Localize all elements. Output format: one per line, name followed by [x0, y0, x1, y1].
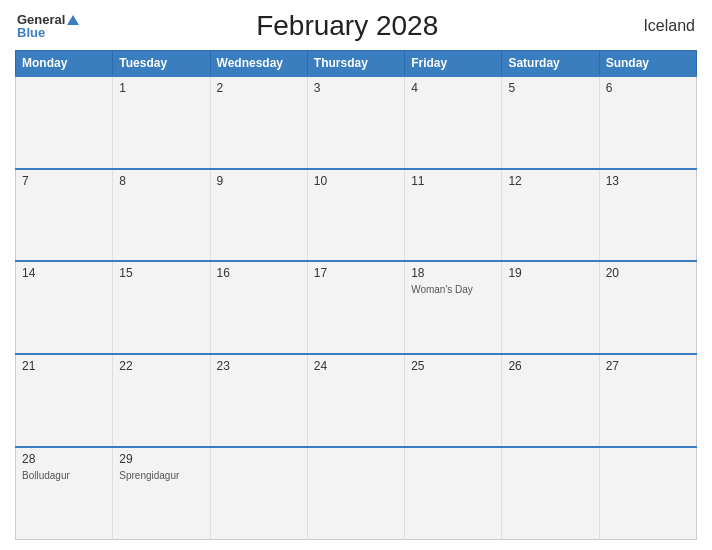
- day-number: 2: [217, 81, 301, 95]
- calendar-cell: 11: [405, 169, 502, 262]
- calendar-cell: 3: [307, 76, 404, 169]
- calendar-week-3: 1415161718Woman's Day1920: [16, 261, 697, 354]
- calendar-header-row: Monday Tuesday Wednesday Thursday Friday…: [16, 51, 697, 77]
- calendar-cell: [307, 447, 404, 540]
- calendar-cell: 15: [113, 261, 210, 354]
- calendar-cell: [405, 447, 502, 540]
- calendar-week-2: 78910111213: [16, 169, 697, 262]
- day-number: 10: [314, 174, 398, 188]
- logo: General Blue: [17, 13, 79, 39]
- calendar-cell: 27: [599, 354, 696, 447]
- day-number: 21: [22, 359, 106, 373]
- calendar-cell: 4: [405, 76, 502, 169]
- day-number: 12: [508, 174, 592, 188]
- calendar-cell: 9: [210, 169, 307, 262]
- day-number: 29: [119, 452, 203, 466]
- day-number: 6: [606, 81, 690, 95]
- day-number: 18: [411, 266, 495, 280]
- calendar-cell: 24: [307, 354, 404, 447]
- calendar-cell: 12: [502, 169, 599, 262]
- calendar-cell: 5: [502, 76, 599, 169]
- day-number: 5: [508, 81, 592, 95]
- calendar-cell: 22: [113, 354, 210, 447]
- calendar-cell: 13: [599, 169, 696, 262]
- calendar-week-5: 28Bolludagur29Sprengidagur: [16, 447, 697, 540]
- day-number: 24: [314, 359, 398, 373]
- calendar-cell: [210, 447, 307, 540]
- calendar-cell: 29Sprengidagur: [113, 447, 210, 540]
- calendar-cell: 16: [210, 261, 307, 354]
- calendar-cell: 26: [502, 354, 599, 447]
- day-number: 23: [217, 359, 301, 373]
- calendar-cell: 14: [16, 261, 113, 354]
- col-friday: Friday: [405, 51, 502, 77]
- country-label: Iceland: [615, 17, 695, 35]
- calendar-cell: 18Woman's Day: [405, 261, 502, 354]
- page: General Blue February 2028 Iceland Monda…: [0, 0, 712, 550]
- day-number: 15: [119, 266, 203, 280]
- calendar-cell: 1: [113, 76, 210, 169]
- day-number: 17: [314, 266, 398, 280]
- day-event: Sprengidagur: [119, 470, 179, 481]
- day-number: 19: [508, 266, 592, 280]
- day-number: 14: [22, 266, 106, 280]
- day-number: 13: [606, 174, 690, 188]
- calendar-cell: 7: [16, 169, 113, 262]
- calendar-cell: [502, 447, 599, 540]
- col-sunday: Sunday: [599, 51, 696, 77]
- day-event: Woman's Day: [411, 284, 473, 295]
- day-number: 16: [217, 266, 301, 280]
- calendar-cell: 28Bolludagur: [16, 447, 113, 540]
- day-number: 28: [22, 452, 106, 466]
- logo-triangle-icon: [67, 15, 79, 25]
- calendar-table: Monday Tuesday Wednesday Thursday Friday…: [15, 50, 697, 540]
- calendar-cell: 20: [599, 261, 696, 354]
- calendar-week-1: 123456: [16, 76, 697, 169]
- calendar-cell: 6: [599, 76, 696, 169]
- calendar-cell: 19: [502, 261, 599, 354]
- day-number: 25: [411, 359, 495, 373]
- calendar-cell: 2: [210, 76, 307, 169]
- day-event: Bolludagur: [22, 470, 70, 481]
- calendar-cell: [16, 76, 113, 169]
- day-number: 4: [411, 81, 495, 95]
- day-number: 7: [22, 174, 106, 188]
- day-number: 27: [606, 359, 690, 373]
- day-number: 11: [411, 174, 495, 188]
- calendar-cell: 23: [210, 354, 307, 447]
- col-saturday: Saturday: [502, 51, 599, 77]
- calendar-cell: 10: [307, 169, 404, 262]
- header: General Blue February 2028 Iceland: [15, 10, 697, 42]
- calendar-title: February 2028: [79, 10, 615, 42]
- day-number: 20: [606, 266, 690, 280]
- day-number: 3: [314, 81, 398, 95]
- day-number: 26: [508, 359, 592, 373]
- calendar-cell: 25: [405, 354, 502, 447]
- calendar-cell: 21: [16, 354, 113, 447]
- calendar-week-4: 21222324252627: [16, 354, 697, 447]
- calendar-cell: 8: [113, 169, 210, 262]
- col-monday: Monday: [16, 51, 113, 77]
- day-number: 1: [119, 81, 203, 95]
- calendar-cell: 17: [307, 261, 404, 354]
- col-thursday: Thursday: [307, 51, 404, 77]
- day-number: 9: [217, 174, 301, 188]
- day-number: 22: [119, 359, 203, 373]
- col-tuesday: Tuesday: [113, 51, 210, 77]
- logo-blue-text: Blue: [17, 26, 45, 39]
- day-number: 8: [119, 174, 203, 188]
- col-wednesday: Wednesday: [210, 51, 307, 77]
- calendar-cell: [599, 447, 696, 540]
